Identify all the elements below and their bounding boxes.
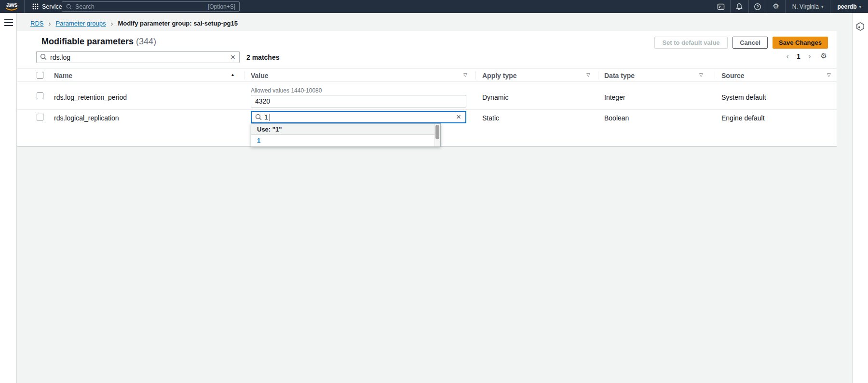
- table-preferences-gear-icon[interactable]: ⚙: [821, 53, 827, 60]
- filter-icon[interactable]: ▽: [586, 73, 590, 78]
- pagination: ‹ 1 › ⚙: [786, 52, 827, 60]
- breadcrumb-current: Modify parameter group: sai-setup-pg15: [118, 20, 238, 27]
- notifications-button[interactable]: [731, 0, 748, 13]
- gear-icon: ⚙: [773, 3, 779, 10]
- left-sidebar-collapsed: [0, 13, 17, 383]
- source-value: Engine default: [721, 114, 765, 122]
- use-typed-value-option[interactable]: Use: "1": [251, 124, 440, 135]
- page-title: Modifiable parameters(344): [41, 37, 156, 47]
- column-header-source[interactable]: Source: [721, 72, 744, 79]
- table-row: rds.log_retention_period Allowed values …: [17, 82, 837, 110]
- dropdown-scrollbar: [434, 124, 440, 146]
- suggested-option[interactable]: 1: [251, 135, 440, 146]
- account-label: peerdb: [837, 3, 856, 10]
- side-panel-icon[interactable]: [855, 22, 865, 31]
- filter-icon[interactable]: ▽: [463, 73, 467, 78]
- search-icon: [255, 114, 262, 120]
- parameter-filter: ×: [36, 51, 240, 63]
- breadcrumb-link-rds[interactable]: RDS: [30, 20, 43, 27]
- region-selector[interactable]: N. Virginia ▾: [786, 0, 830, 13]
- cancel-button[interactable]: Cancel: [732, 37, 768, 49]
- cloudshell-terminal-icon: [717, 3, 725, 11]
- column-header-apply-type[interactable]: Apply type: [482, 72, 517, 79]
- filter-input[interactable]: [36, 51, 240, 63]
- search-icon: [66, 4, 72, 10]
- parameter-name: rds.logical_replication: [54, 114, 119, 122]
- row-checkbox[interactable]: [37, 92, 43, 99]
- chevron-down-icon: ▾: [821, 4, 824, 9]
- nav-search-input[interactable]: [75, 3, 208, 10]
- svg-text:?: ?: [757, 4, 759, 9]
- column-header-value[interactable]: Value: [251, 72, 269, 79]
- apply-type-value: Static: [482, 114, 499, 122]
- right-toolbar: [852, 13, 868, 383]
- next-page-icon[interactable]: ›: [808, 52, 811, 60]
- settings-button[interactable]: ⚙: [767, 0, 785, 13]
- aws-console-page: aws Services [Option+S] ?: [0, 0, 868, 383]
- data-type-value: Integer: [604, 93, 625, 101]
- set-default-button[interactable]: Set to default value: [654, 37, 728, 49]
- filter-icon[interactable]: ▽: [699, 73, 703, 78]
- column-divider: [475, 71, 476, 79]
- clear-value-icon[interactable]: ×: [456, 112, 461, 122]
- page-number[interactable]: 1: [797, 53, 800, 60]
- breadcrumb: RDS › Parameter groups › Modify paramete…: [17, 13, 852, 31]
- scrollbar-thumb[interactable]: [435, 125, 439, 139]
- breadcrumb-link-parameter-groups[interactable]: Parameter groups: [55, 20, 106, 27]
- parameter-value-combobox[interactable]: ×: [251, 111, 466, 123]
- clear-filter-icon[interactable]: ×: [231, 52, 235, 63]
- help-button[interactable]: ?: [749, 0, 767, 13]
- data-type-value: Boolean: [604, 114, 629, 122]
- column-divider: [598, 71, 598, 79]
- nav-search-shortcut: [Option+S]: [208, 3, 235, 10]
- hamburger-menu-icon[interactable]: [4, 19, 13, 26]
- chevron-right-icon: ›: [111, 20, 113, 27]
- column-divider: [715, 71, 715, 79]
- modifiable-parameters-panel: Modifiable parameters(344) Set to defaul…: [17, 31, 837, 146]
- chevron-right-icon: ›: [48, 20, 51, 27]
- bell-icon: [735, 3, 743, 11]
- column-header-data-type[interactable]: Data type: [604, 72, 635, 79]
- table-header: Name ▲ Value ▽ Apply type ▽ Data type ▽ …: [17, 68, 837, 82]
- grid-icon: [32, 3, 39, 10]
- aws-logo-text: aws: [6, 1, 17, 8]
- cloudshell-button[interactable]: [712, 0, 730, 13]
- column-divider: [244, 71, 244, 79]
- text-cursor: [270, 114, 270, 121]
- match-count: 2 matches: [246, 53, 279, 61]
- parameter-count: (344): [136, 37, 156, 46]
- search-icon: [40, 53, 47, 60]
- help-icon: ?: [754, 3, 761, 11]
- filter-icon[interactable]: ▽: [827, 73, 831, 78]
- save-changes-button[interactable]: Save Changes: [773, 37, 828, 49]
- page-title-text: Modifiable parameters: [41, 37, 134, 46]
- combobox-input[interactable]: [264, 112, 452, 122]
- allowed-values-hint: Allowed values 1440-10080: [251, 87, 322, 94]
- chevron-down-icon: ▾: [859, 4, 861, 9]
- aws-logo[interactable]: aws: [0, 0, 24, 13]
- parameter-value-input[interactable]: [251, 95, 466, 107]
- nav-search-box[interactable]: [Option+S]: [62, 1, 240, 12]
- top-nav-bar: aws Services [Option+S] ?: [0, 0, 868, 13]
- row-checkbox[interactable]: [37, 114, 43, 120]
- sort-ascending-icon[interactable]: ▲: [231, 73, 235, 77]
- parameter-name: rds.log_retention_period: [54, 93, 127, 101]
- column-header-name[interactable]: Name: [54, 72, 72, 79]
- value-suggestions-dropdown: Use: "1" 1: [251, 123, 441, 147]
- aws-smile-icon: [6, 8, 17, 11]
- select-all-checkbox[interactable]: [37, 72, 43, 79]
- nav-right-controls: ? ⚙ N. Virginia ▾ peerdb ▾: [712, 0, 868, 13]
- account-menu[interactable]: peerdb ▾: [830, 0, 868, 13]
- table-row: rds.logical_replication × Use: "1" 1 Sta…: [17, 110, 837, 145]
- apply-type-value: Dynamic: [482, 93, 508, 101]
- previous-page-icon[interactable]: ‹: [786, 52, 789, 60]
- source-value: System default: [721, 93, 766, 101]
- region-label: N. Virginia: [792, 3, 819, 10]
